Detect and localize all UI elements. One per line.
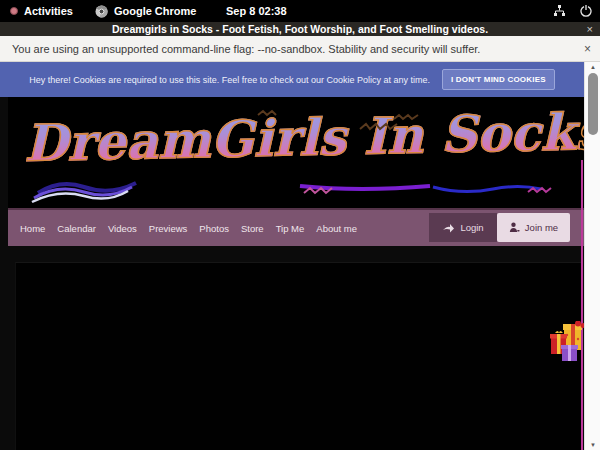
scrollbar-up-arrow[interactable]: ▲ (585, 62, 600, 72)
nav-item-tipme[interactable]: Tip Me (276, 223, 305, 234)
main-navbar: Home Calendar Videos Previews Photos Sto… (8, 210, 584, 246)
main-content-area (15, 262, 581, 450)
scrollbar-down-arrow[interactable]: ▼ (585, 440, 600, 450)
nav-item-calendar[interactable]: Calendar (57, 223, 96, 234)
join-person-icon (509, 222, 520, 233)
recording-indicator-icon (10, 7, 18, 15)
gnome-top-bar: Activities Google Chrome Sep 8 02:38 (0, 0, 600, 22)
join-label: Join me (525, 222, 558, 233)
page-accent-border (581, 160, 583, 450)
infobar-message: You are using an unsupported command-lin… (0, 43, 480, 55)
webpage: Hey there! Cookies are required to use t… (0, 62, 584, 450)
window-title: Dreamgirls in Socks - Foot Fetish, Foot … (112, 23, 488, 35)
cookie-message: Hey there! Cookies are required to use t… (29, 75, 430, 85)
network-icon[interactable] (553, 5, 566, 17)
nav-item-store[interactable]: Store (241, 223, 264, 234)
window-titlebar: Dreamgirls in Socks - Foot Fetish, Foot … (0, 22, 600, 36)
login-arrow-icon (442, 223, 455, 233)
site-logo[interactable]: DreamGirls In Socks (23, 99, 580, 176)
nav-item-videos[interactable]: Videos (108, 223, 137, 234)
nav-item-previews[interactable]: Previews (149, 223, 188, 234)
window-close-button[interactable]: × (587, 22, 593, 36)
login-button[interactable]: Login (429, 213, 497, 242)
power-icon[interactable] (580, 5, 592, 17)
chrome-icon (95, 5, 108, 18)
app-menu-button[interactable]: Google Chrome (95, 5, 197, 18)
browser-viewport: Hey there! Cookies are required to use t… (0, 62, 600, 450)
gifts-banner[interactable] (549, 321, 584, 369)
page-scrollbar: ▲ ▼ (584, 62, 600, 450)
nav-item-home[interactable]: Home (20, 223, 45, 234)
clock[interactable]: Sep 8 02:38 (226, 0, 287, 22)
infobar-close-button[interactable]: × (584, 42, 591, 56)
site-header: DreamGirls In Socks (8, 97, 584, 210)
login-label: Login (460, 222, 483, 233)
accept-cookies-button[interactable]: I DON'T MIND COOKIES (442, 69, 555, 90)
join-button[interactable]: Join me (497, 213, 570, 242)
screen: Activities Google Chrome Sep 8 02:38 (0, 0, 600, 450)
nav-item-aboutme[interactable]: About me (316, 223, 357, 234)
sandbox-warning-infobar: You are using an unsupported command-lin… (0, 36, 600, 62)
cookie-notice-bar: Hey there! Cookies are required to use t… (0, 62, 584, 97)
app-menu-label: Google Chrome (114, 5, 197, 17)
activities-button[interactable]: Activities (24, 5, 73, 17)
nav-links: Home Calendar Videos Previews Photos Sto… (20, 210, 357, 246)
nav-item-photos[interactable]: Photos (199, 223, 229, 234)
site-container: DreamGirls In Socks (8, 97, 584, 246)
scrollbar-thumb[interactable] (588, 73, 598, 135)
